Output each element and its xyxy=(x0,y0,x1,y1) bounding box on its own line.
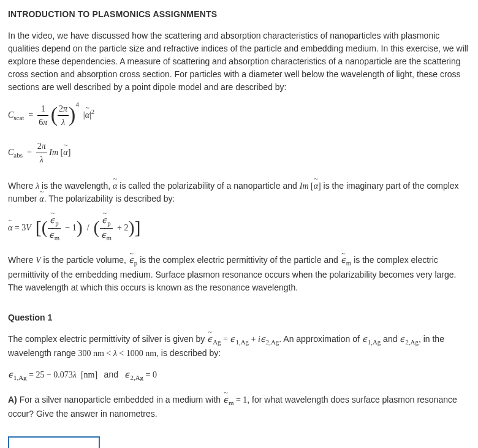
text: . An approximation of xyxy=(279,334,362,344)
text: For a silver nanoparticle embedded in a … xyxy=(17,395,223,404)
formula-eps-approx: ϵ1,Ag = 25 − 0.073λ [nm] and ϵ2,Ag = 0 xyxy=(8,368,470,382)
and-label: and xyxy=(104,370,118,379)
text: Where xyxy=(8,181,36,191)
formula-polarizability: α = 3V [(ϵpϵm − 1) / (ϵpϵm + 2)] xyxy=(8,214,470,243)
question-1a-text: A) For a silver nanoparticle embedded in… xyxy=(8,393,470,420)
part-a-label: A) xyxy=(8,395,17,404)
question-1-heading: Question 1 xyxy=(8,311,470,324)
text: , is described by: xyxy=(156,348,221,358)
text: is the wavelength, xyxy=(39,181,113,191)
text: The complex electric permittivity of sil… xyxy=(8,334,207,344)
page-title: INTRODUCTION TO PLASMONICS ASSIGNMENTS xyxy=(8,8,470,21)
text: is the particle volume, xyxy=(41,255,129,265)
text: is the complex electric permittivity of … xyxy=(137,255,340,265)
formula-cabs: Cabs = 2πλ Im [α] xyxy=(8,140,470,166)
where-paragraph-1: Where λ is the wavelength, α is called t… xyxy=(8,180,470,205)
text: . The polarizability is described by: xyxy=(44,194,175,203)
text: Where xyxy=(8,255,36,265)
where-paragraph-2: Where V is the particle volume, ϵp is th… xyxy=(8,254,470,294)
formula-cscat: Cscat = 16π (2πλ)4 |α|2 xyxy=(8,102,470,129)
question-1-text: The complex electric permittivity of sil… xyxy=(8,333,470,360)
text: is called the polarizability of a nanopa… xyxy=(117,181,299,191)
answer-input[interactable] xyxy=(8,436,100,448)
text: and xyxy=(381,334,400,344)
intro-paragraph: In the video, we have discussed how the … xyxy=(8,29,470,94)
